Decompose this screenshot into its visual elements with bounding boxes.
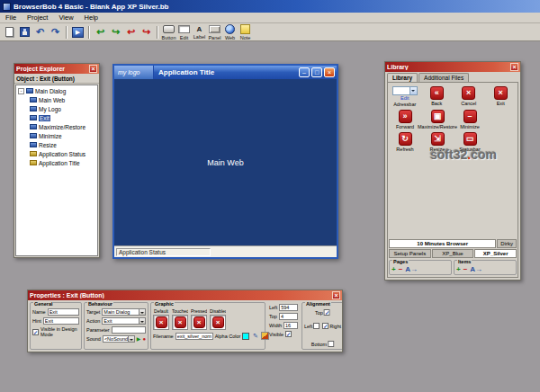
hint-input[interactable]: [43, 317, 79, 325]
tool-forward-red[interactable]: ↪: [139, 24, 154, 40]
web-globe-icon: [225, 24, 235, 34]
tool-undo[interactable]: ↶: [32, 24, 48, 40]
designer-window[interactable]: my logo Application Title – □ × Main Web…: [112, 64, 338, 259]
library-item-back[interactable]: « Back: [421, 85, 454, 109]
play-sound-icon[interactable]: ▶: [137, 335, 141, 343]
filename-input[interactable]: [176, 333, 213, 340]
align-bottom-checkbox[interactable]: [328, 341, 334, 347]
menu-view[interactable]: View: [53, 13, 78, 22]
tool-edit[interactable]: Edit: [176, 24, 192, 40]
tree-item-exit[interactable]: Exit: [16, 113, 97, 122]
width-input[interactable]: [284, 322, 298, 329]
tool-save[interactable]: [17, 24, 32, 40]
tree-item-resize[interactable]: Resize: [16, 140, 97, 149]
pencil-icon[interactable]: ✎: [251, 332, 259, 340]
tool-new[interactable]: [2, 24, 17, 40]
tab-additional-files[interactable]: Additional Files: [418, 73, 469, 82]
align-left-checkbox[interactable]: [313, 323, 320, 329]
exit-button-object[interactable]: ×: [324, 67, 335, 77]
alpha-color-swatch[interactable]: [242, 333, 249, 340]
name-input[interactable]: [48, 308, 79, 316]
tree-item-my-logo[interactable]: My Logo: [16, 104, 97, 113]
library-item-minimize[interactable]: – Minimize: [454, 109, 486, 131]
remove-item-icon[interactable]: −: [464, 266, 468, 273]
project-explorer-title: Project Explorer: [16, 66, 87, 72]
add-page-icon[interactable]: +: [392, 266, 396, 273]
maximize-button-object[interactable]: □: [311, 67, 322, 77]
close-icon[interactable]: ×: [332, 291, 340, 299]
record-sound-icon[interactable]: ●: [142, 335, 146, 343]
app-titlebar[interactable]: BrowserBob 4 Basic - Blank App XP Silver…: [0, 0, 540, 13]
tool-label[interactable]: ALabel: [192, 24, 207, 40]
action-select[interactable]: Exit: [102, 317, 146, 325]
refresh-icon: ↻: [399, 132, 412, 146]
main-web-object[interactable]: Main Web: [114, 79, 337, 245]
close-icon[interactable]: ×: [89, 65, 97, 73]
close-icon[interactable]: ×: [510, 63, 518, 71]
properties-titlebar[interactable]: Properties : Exit (Button) ×: [28, 290, 342, 300]
left-input[interactable]: [279, 304, 298, 311]
tool-note[interactable]: Note: [238, 24, 253, 40]
menu-help[interactable]: Help: [79, 13, 104, 22]
top-input[interactable]: [279, 313, 298, 320]
library-item-forward[interactable]: » Forward: [389, 109, 421, 131]
designer-titlebar[interactable]: my logo Application Title – □ ×: [114, 66, 337, 79]
pressed-state-image[interactable]: ×: [191, 315, 207, 330]
set-tab-xp-blue[interactable]: XP_Blue: [432, 249, 474, 258]
tool-back-red[interactable]: ↩: [123, 24, 139, 40]
touched-state-image[interactable]: ×: [172, 315, 188, 330]
rename-item-icon[interactable]: A→: [470, 266, 482, 273]
project-explorer-titlebar[interactable]: Project Explorer ×: [14, 64, 99, 74]
remove-page-icon[interactable]: −: [399, 266, 403, 273]
tree-item-label: Exit: [39, 115, 50, 121]
add-item-icon[interactable]: +: [456, 266, 461, 273]
width-label: Width: [269, 323, 282, 328]
tree-item-minimize[interactable]: Minimize: [16, 131, 97, 140]
tree-item-application-status[interactable]: Application Status: [16, 149, 97, 158]
library-item-refresh[interactable]: ↻ Refresh: [389, 131, 421, 154]
sound-select[interactable]: <NoSound>: [103, 335, 135, 343]
tool-panel[interactable]: Panel: [207, 24, 222, 40]
rename-page-icon[interactable]: A→: [405, 266, 418, 273]
tool-web[interactable]: Web: [222, 24, 238, 40]
application-title-object[interactable]: Application Title: [154, 66, 299, 79]
set-tab-dirky[interactable]: Dirky: [497, 239, 517, 248]
library-item-cancel[interactable]: × Cancel: [453, 85, 485, 109]
tree-item-main-dialog[interactable]: - Main Dialog: [16, 86, 97, 95]
tab-library[interactable]: Library: [387, 73, 418, 82]
tree-item-main-web[interactable]: Main Web: [16, 95, 97, 104]
library-titlebar[interactable]: Library ×: [385, 62, 520, 72]
tool-run[interactable]: ▶: [70, 24, 86, 40]
library-item-maximize-restore[interactable]: ▣ Maximize/Restore: [421, 109, 454, 131]
tool-back-green[interactable]: ↩: [93, 24, 108, 40]
set-tab-setup-panels[interactable]: Setup Panels: [389, 249, 431, 258]
target-value: Main Dialog: [103, 309, 139, 315]
properties-title: Properties : Exit (Button): [30, 292, 330, 298]
parameter-input[interactable]: [112, 326, 146, 334]
tool-button[interactable]: Button: [161, 24, 176, 40]
library-item-exit[interactable]: × Exit: [485, 85, 518, 109]
default-state-image[interactable]: ×: [153, 315, 169, 330]
align-right-checkbox[interactable]: ✓: [322, 323, 328, 329]
align-top-checkbox[interactable]: ✓: [324, 309, 330, 316]
panel-tool-icon: [209, 25, 220, 33]
visible-design-checkbox[interactable]: ✓: [32, 329, 39, 335]
minimize-button-object[interactable]: –: [299, 67, 310, 77]
set-tab-xp-silver[interactable]: XP_Silver: [474, 249, 517, 258]
items-title: Items: [457, 259, 472, 264]
set-tab-10-minutes-browser[interactable]: 10 Minutes Browser: [389, 239, 496, 248]
collapse-icon[interactable]: -: [18, 88, 24, 94]
tree-item-maximize-restore[interactable]: Maximize/Restore: [16, 122, 97, 131]
menu-file[interactable]: File: [0, 13, 22, 22]
top-label: Top: [269, 314, 277, 319]
tool-redo[interactable]: ↷: [48, 24, 63, 40]
menu-project[interactable]: Project: [22, 13, 53, 22]
tree-item-application-title[interactable]: Application Title: [16, 158, 97, 167]
library-item-adressbar[interactable]: Edit Adressbar: [389, 85, 421, 109]
tool-forward-green[interactable]: ↪: [108, 24, 123, 40]
disabled-state-image[interactable]: ×: [210, 315, 226, 330]
my-logo-object[interactable]: my logo: [114, 66, 154, 79]
target-select[interactable]: Main Dialog: [102, 308, 146, 316]
visible-checkbox[interactable]: ✓: [285, 331, 292, 337]
application-status-bar[interactable]: Application Status: [114, 245, 337, 257]
